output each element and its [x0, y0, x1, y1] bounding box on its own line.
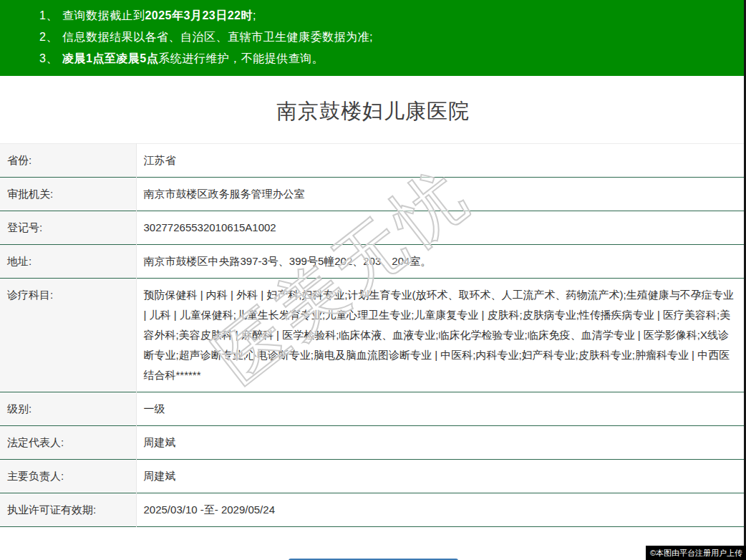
field-label: 登记号:	[0, 211, 136, 245]
table-row-main-person-in-charge: 主要负责人: 周建斌	[0, 460, 746, 493]
table-row-license-validity: 执业许可证有效期: 2025/03/10 -至- 2029/05/24	[0, 493, 746, 527]
table-row-medical-subjects: 诊疗科目: 预防保健科 | 内科 | 外科 | 妇产科;妇科专业;计划生育专业(…	[0, 279, 746, 392]
field-label: 执业许可证有效期:	[0, 493, 136, 527]
field-value: 南京市鼓楼区政务服务管理办公室	[136, 178, 746, 211]
field-value: 30277265532010615A1002	[136, 211, 746, 245]
field-label: 省份:	[0, 144, 136, 178]
field-value: 周建斌	[136, 426, 746, 460]
field-value: 一级	[136, 392, 746, 426]
notice-item-bold: 2025年3月23日22时	[145, 9, 253, 21]
upload-attribution-badge: ©本图由平台注册用户上传	[646, 546, 746, 560]
field-label: 法定代表人:	[0, 426, 136, 460]
notice-item-2: 2、信息数据结果以各省、自治区、直辖市卫生健康委数据为准;	[39, 26, 746, 48]
notice-item-text: ;	[253, 9, 256, 21]
field-value: 南京市鼓楼区中央路397-3号、399号5幢202、203、204室。	[136, 245, 746, 279]
table-row-level: 级别: 一级	[0, 392, 746, 426]
notice-item-text: 信息数据结果以各省、自治区、直辖市卫生健康委数据为准;	[62, 31, 373, 43]
notice-item-bold: 凌晨1点至凌晨5点	[62, 52, 158, 64]
table-row-address: 地址: 南京市鼓楼区中央路397-3号、399号5幢202、203、204室。	[0, 245, 746, 279]
field-value: 江苏省	[136, 144, 746, 178]
table-row-registration-number: 登记号: 30277265532010615A1002	[0, 211, 746, 245]
table-row-province: 省份: 江苏省	[0, 144, 746, 178]
notice-item-number: 3、	[39, 52, 58, 64]
notice-item-1: 1、查询数据截止到2025年3月23日22时;	[39, 5, 746, 26]
notice-banner: 1、查询数据截止到2025年3月23日22时; 2、信息数据结果以各省、自治区、…	[0, 0, 746, 76]
notice-list: 1、查询数据截止到2025年3月23日22时; 2、信息数据结果以各省、自治区、…	[0, 5, 746, 69]
field-label: 级别:	[0, 392, 136, 426]
page-title: 南京鼓楼妇儿康医院	[0, 97, 746, 126]
field-value: 预防保健科 | 内科 | 外科 | 妇产科;妇科专业;计划生育专业(放环术、取环…	[136, 279, 746, 392]
notice-item-number: 2、	[39, 31, 58, 43]
field-value: 2025/03/10 -至- 2029/05/24	[136, 493, 746, 527]
table-row-legal-representative: 法定代表人: 周建斌	[0, 426, 746, 460]
notice-item-3: 3、凌晨1点至凌晨5点系统进行维护，不能提供查询。	[39, 48, 746, 69]
field-label: 诊疗科目:	[0, 279, 136, 392]
field-label: 地址:	[0, 245, 136, 279]
hospital-info-table: 省份: 江苏省 审批机关: 南京市鼓楼区政务服务管理办公室 登记号: 30277…	[0, 143, 746, 527]
field-label: 主要负责人:	[0, 460, 136, 493]
field-label: 审批机关:	[0, 178, 136, 211]
notice-item-text: 查询数据截止到	[62, 9, 145, 21]
table-row-approval-authority: 审批机关: 南京市鼓楼区政务服务管理办公室	[0, 178, 746, 211]
notice-item-number: 1、	[39, 9, 58, 21]
notice-item-text: 系统进行维护，不能提供查询。	[158, 52, 324, 64]
field-value: 周建斌	[136, 460, 746, 493]
